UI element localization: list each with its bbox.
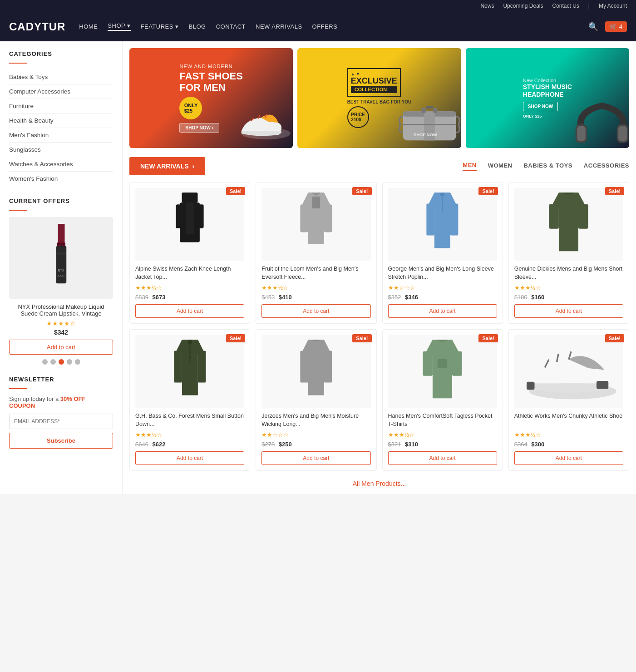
product-img-4 [514, 188, 623, 261]
banner-headphone-price: ONLY $25 [523, 114, 572, 119]
banner-headphone-cta[interactable]: SHOP NOW [523, 102, 558, 111]
svg-rect-46 [527, 382, 535, 390]
product-img-6 [261, 335, 370, 408]
product-price-5: $646 $622 [135, 441, 244, 448]
price-new-8: $300 [531, 441, 544, 448]
product-stars-6: ★★☆☆☆ [261, 431, 370, 438]
category-furniture[interactable]: Furniture [9, 99, 113, 114]
dot-3[interactable] [59, 359, 64, 365]
main-layout: CATEGORIES Babies & Toys Computer Access… [0, 41, 636, 494]
add-to-cart-7[interactable]: Add to cart [388, 451, 497, 465]
tab-men[interactable]: MEN [463, 162, 476, 171]
sale-badge-7: Sale! [478, 334, 498, 342]
header-icons: 🔍 🛒 4 [588, 21, 627, 32]
svg-text:SHOP NOW: SHOP NOW [414, 133, 437, 137]
add-to-cart-3[interactable]: Add to cart [388, 304, 497, 318]
sale-badge-8: Sale! [605, 334, 624, 342]
cart-count: 4 [619, 23, 622, 30]
product-price-8: $364 $300 [514, 441, 623, 448]
main-nav: HOME SHOP ▾ FEATURES ▾ BLOG CONTACT NEW … [79, 22, 574, 31]
price-new-3: $346 [405, 294, 418, 301]
banner-shoes-price: ONLY$25 [179, 97, 202, 119]
svg-rect-29 [427, 204, 435, 236]
nav-home[interactable]: HOME [79, 23, 98, 30]
svg-rect-39 [198, 351, 206, 383]
arrivals-tabs: MEN WOMEN BABIES & TOYS ACCESSORIES [463, 162, 629, 171]
news-link[interactable]: News [480, 3, 494, 9]
product-card-8: Sale! Athletic Works Men's Chunky Athlet… [508, 329, 629, 471]
product-stars-1: ★★★½☆ [135, 284, 244, 291]
search-icon[interactable]: 🔍 [588, 22, 598, 32]
svg-point-35 [189, 351, 191, 353]
price-old-7: $321 [388, 441, 401, 448]
product-img-5 [135, 335, 244, 408]
offer-card: NYX LIQUID NYX Professional Makeup Liqui… [9, 217, 113, 365]
product-img-7 [388, 335, 497, 408]
offer-add-to-cart[interactable]: Add to cart [9, 340, 113, 355]
add-to-cart-6[interactable]: Add to cart [261, 451, 370, 465]
current-offers-title: CURRENT OFFERS [9, 198, 113, 204]
new-arrivals-arrow: › [192, 163, 195, 170]
new-arrivals-button[interactable]: NEW ARRIVALS › [129, 157, 205, 175]
product-stars-7: ★★★½☆ [388, 431, 497, 438]
banner-shoes-cta[interactable]: SHOP NOW › [179, 123, 219, 133]
category-sunglasses[interactable]: Sunglasses [9, 143, 113, 157]
add-to-cart-1[interactable]: Add to cart [135, 304, 244, 318]
dot-2[interactable] [50, 359, 56, 365]
nav-contact[interactable]: CONTACT [216, 23, 246, 30]
nav-new-arrivals[interactable]: NEW ARRIVALS [256, 23, 302, 30]
dot-4[interactable] [67, 359, 72, 365]
email-input[interactable] [9, 414, 113, 429]
my-account-link[interactable]: My Account [599, 3, 627, 9]
category-mens-fashion[interactable]: Men's Fashion [9, 128, 113, 143]
category-watches-accessories[interactable]: Watches & Accessories [9, 157, 113, 172]
category-computer-accessories[interactable]: Computer Accessories [9, 84, 113, 99]
dot-5[interactable] [75, 359, 80, 365]
product-card-2: Sale! Fruit of the Loom Men's and Big Me… [256, 182, 376, 324]
sale-badge-3: Sale! [478, 187, 498, 195]
add-to-cart-5[interactable]: Add to cart [135, 451, 244, 465]
product-name-1: Alpine Swiss Mens Zach Knee Length Jacke… [135, 265, 244, 282]
banner-headphone-big: Stylish MusicHEADPHONE [523, 83, 572, 99]
subscribe-button[interactable]: Subscribe [9, 433, 113, 449]
product-name-3: George Men's and Big Men's Long Sleeve S… [388, 265, 497, 282]
nav-blog[interactable]: BLOG [189, 23, 206, 30]
price-new-5: $622 [153, 441, 166, 448]
add-to-cart-2[interactable]: Add to cart [261, 304, 370, 318]
price-old-4: $180 [514, 294, 528, 301]
svg-rect-47 [597, 381, 608, 389]
add-to-cart-4[interactable]: Add to cart [514, 304, 623, 318]
products-grid: Sale! Alpine Swiss Mens Zach Knee Length… [129, 182, 629, 471]
sale-badge-6: Sale! [352, 334, 371, 342]
tab-accessories[interactable]: ACCESSORIES [584, 162, 629, 171]
svg-rect-37 [188, 340, 192, 344]
nav-offers[interactable]: OFFERS [312, 23, 338, 30]
category-health-beauty[interactable]: Health & Beauty [9, 114, 113, 128]
svg-rect-0 [58, 224, 64, 244]
category-womens-fashion[interactable]: Women's Fashion [9, 172, 113, 186]
offer-name: NYX Professional Makeup Liquid Suede Cre… [9, 303, 113, 317]
upcoming-deals-link[interactable]: Upcoming Deals [503, 3, 543, 9]
add-to-cart-8[interactable]: Add to cart [514, 451, 623, 465]
cart-icon: 🛒 [610, 23, 617, 30]
newsletter-title: NEWSLETTER [9, 376, 113, 383]
product-price-3: $352 $346 [388, 294, 497, 301]
logo: CADYTUR [9, 20, 65, 33]
nav-features[interactable]: FEATURES ▾ [141, 23, 179, 30]
price-new-2: $410 [279, 294, 292, 301]
offer-stars: ★★★★☆ [46, 320, 76, 327]
svg-rect-18 [618, 126, 627, 141]
cart-button[interactable]: 🛒 4 [605, 21, 627, 32]
product-card-1: Sale! Alpine Swiss Mens Zach Knee Length… [129, 182, 250, 324]
tab-babies-toys[interactable]: BABIES & TOYS [523, 162, 572, 171]
price-old-8: $364 [514, 441, 528, 448]
dot-1[interactable] [42, 359, 48, 365]
nav-shop[interactable]: SHOP ▾ [108, 22, 130, 31]
category-babies-toys[interactable]: Babies & Toys [9, 70, 113, 84]
all-products-link[interactable]: All Men Products... [129, 480, 629, 487]
contact-us-link[interactable]: Contact Us [552, 3, 579, 9]
svg-rect-40 [300, 351, 308, 383]
sale-badge-4: Sale! [605, 187, 624, 195]
svg-rect-28 [440, 193, 444, 196]
tab-women[interactable]: WOMEN [488, 162, 513, 171]
